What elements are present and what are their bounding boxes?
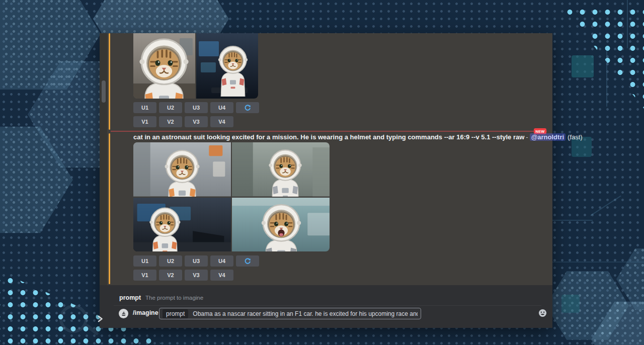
generated-image-cell[interactable] [232,198,330,252]
reroll-icon [244,257,251,265]
upscale-button-u1[interactable]: U1 [133,102,156,113]
image-grid-current[interactable] [133,142,330,251]
discord-window: U1 U2 U3 U4 V1 V2 V3 V4 NEW cat in an as… [100,33,552,328]
variation-button-v1[interactable]: V1 [133,270,156,281]
upscale-button-u2[interactable]: U2 [159,102,182,113]
generated-image-cell[interactable] [133,142,231,197]
variation-button-v1[interactable]: V1 [133,116,156,127]
bot-avatar [119,309,128,318]
teal-square [572,55,594,77]
autocomplete-suggestion[interactable]: prompt The prompt to imagine [119,294,203,302]
magnifier-outline [59,305,88,333]
reroll-button[interactable] [236,102,259,113]
option-label-chip: prompt [163,309,188,318]
upscale-button-u2[interactable]: U2 [159,255,182,267]
mention-accent-line [109,133,110,284]
variation-button-v3[interactable]: V3 [185,270,208,281]
generated-image-cell[interactable] [133,198,231,252]
autocomplete-option-name: prompt [119,294,141,301]
slash-command-text: /imagine [133,309,158,316]
upscale-button-u3[interactable]: U3 [185,102,208,113]
message-input-row: /imagine prompt Obama as a nascar racer … [100,307,552,321]
message-prompt-line: cat in an astronaut suit looking excited… [133,133,551,141]
mention-accent-line [109,33,110,130]
variation-button-v3[interactable]: V3 [185,116,208,127]
smiley-icon [538,309,547,317]
generated-image-cell[interactable] [133,33,195,99]
image-grid-previous[interactable] [133,33,258,99]
unread-divider-line [111,131,547,132]
circuit-line [606,46,607,107]
circuit-line [551,262,644,263]
circuit-line [627,0,628,48]
upscale-button-u3[interactable]: U3 [185,255,208,267]
command-input-panel: prompt The prompt to imagine /imagine pr… [100,285,552,328]
autocomplete-option-description: The prompt to imagine [145,295,203,301]
upscale-button-u1[interactable]: U1 [133,255,156,267]
variation-button-v2[interactable]: V2 [159,116,182,127]
generated-image-cell[interactable] [232,142,330,197]
upscale-button-u4[interactable]: U4 [210,102,233,113]
variation-button-v2[interactable]: V2 [159,270,182,281]
variation-button-v4[interactable]: V4 [210,116,233,127]
page: U1 U2 U3 U4 V1 V2 V3 V4 NEW cat in an as… [0,0,644,345]
sailboat-icon [120,310,127,317]
emoji-picker-button[interactable] [538,309,547,317]
left-edge-strip [100,33,107,328]
reroll-button[interactable] [236,255,259,267]
left-scrollbar-thumb[interactable] [102,80,106,103]
teal-square [561,295,580,313]
separator-text: - [526,133,528,141]
speed-mode-text: (fast) [568,133,583,141]
prompt-option-input[interactable]: prompt Obama as a nascar racer sitting i… [159,308,421,319]
variation-button-v4[interactable]: V4 [210,270,233,281]
reroll-icon [244,104,251,111]
generated-image-cell[interactable] [196,33,258,99]
user-mention[interactable]: @arnoldtri [530,133,566,141]
expand-chevron-icon[interactable] [97,315,104,323]
prompt-text: cat in an astronaut suit looking excited… [133,133,524,141]
panel-divider [114,305,541,306]
circuit-line [548,220,593,221]
upscale-button-u4[interactable]: U4 [210,255,233,267]
prompt-input-value[interactable]: Obama as a nascar racer sitting in an F1… [193,310,418,317]
